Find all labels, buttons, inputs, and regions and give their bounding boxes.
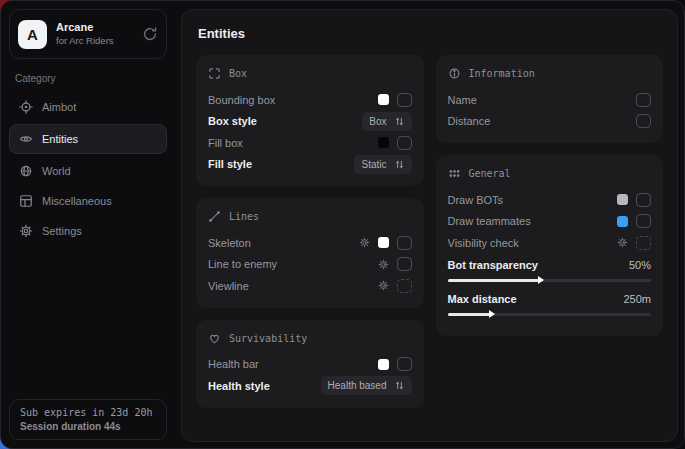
row-settings-gear-icon[interactable] <box>378 259 389 270</box>
setting-row-box-style: Box styleBox <box>208 111 412 133</box>
checkbox-health-bar[interactable] <box>397 357 412 371</box>
checkbox-draw-teammates[interactable] <box>636 214 651 228</box>
setting-label: Health style <box>208 380 321 392</box>
slider-fill <box>448 279 542 282</box>
color-swatch[interactable] <box>378 237 389 248</box>
entities-icon <box>19 132 33 146</box>
setting-label: Distance <box>448 115 637 127</box>
lines-icon <box>208 210 221 223</box>
slider-value: 250m <box>623 293 651 305</box>
brand-logo: A <box>18 20 47 49</box>
section-title: Box <box>229 68 247 79</box>
sort-arrows-icon <box>394 159 405 170</box>
sections-column: InformationNameDistanceGeneralDraw BOTsD… <box>436 55 664 336</box>
dropdown-health-style[interactable]: Health based <box>321 376 412 395</box>
sections-column: BoxBounding boxBox styleBoxFill boxFill … <box>196 55 424 408</box>
row-settings-gear-icon[interactable] <box>378 280 389 291</box>
slider-max-distance: Max distance250m <box>448 291 652 316</box>
color-swatch[interactable] <box>378 94 389 105</box>
brand-name: Arcane <box>56 21 133 35</box>
color-swatch[interactable] <box>617 194 628 205</box>
crosshair-icon <box>19 100 33 114</box>
section-box: BoxBounding boxBox styleBoxFill boxFill … <box>196 55 424 186</box>
row-settings-gear-icon[interactable] <box>359 237 370 248</box>
setting-label: Skeleton <box>208 237 359 249</box>
section-title: Information <box>469 68 535 79</box>
setting-row-health-style: Health styleHealth based <box>208 375 412 397</box>
row-settings-gear-icon[interactable] <box>617 237 628 248</box>
setting-row-name: Name <box>448 89 652 111</box>
refresh-icon[interactable] <box>142 26 158 42</box>
slider-bot-transparency: Bot transparency50% <box>448 257 652 282</box>
checkbox-skeleton[interactable] <box>397 236 412 250</box>
setting-row-bounding-box: Bounding box <box>208 89 412 111</box>
color-swatch[interactable] <box>378 359 389 370</box>
sidebar: A Arcane for Arc Riders Category Aimbot … <box>1 1 175 448</box>
setting-label: Bounding box <box>208 94 378 106</box>
brand-initial: A <box>27 26 38 43</box>
setting-label: Fill box <box>208 137 378 149</box>
sidebar-item-miscellaneous[interactable]: Miscellaneous <box>9 186 167 215</box>
sort-arrows-icon <box>394 116 405 127</box>
general-icon <box>448 167 461 180</box>
gear-icon <box>19 224 33 238</box>
app-window: A Arcane for Arc Riders Category Aimbot … <box>0 0 685 449</box>
checkbox-fill-box[interactable] <box>397 136 412 150</box>
sidebar-nav: Aimbot Entities World Miscellaneous Sett… <box>9 92 167 246</box>
sidebar-item-label: Miscellaneous <box>42 195 112 207</box>
setting-label: Health bar <box>208 358 378 370</box>
slider-track[interactable] <box>448 313 652 316</box>
sidebar-item-world[interactable]: World <box>9 156 167 185</box>
slider-value: 50% <box>629 259 651 271</box>
setting-row-visibility-check: Visibility check <box>448 232 652 254</box>
setting-label: Viewline <box>208 280 378 292</box>
layout-icon <box>19 194 33 208</box>
slider-label: Bot transparency <box>448 259 538 271</box>
section-title: Survivability <box>229 333 307 344</box>
setting-label: Line to enemy <box>208 258 378 270</box>
checkbox-viewline[interactable] <box>397 279 412 293</box>
checkbox-bounding-box[interactable] <box>397 93 412 107</box>
checkbox-distance[interactable] <box>636 114 651 128</box>
setting-row-draw-teammates: Draw teammates <box>448 211 652 233</box>
dropdown-box-style[interactable]: Box <box>362 112 411 131</box>
section-title: General <box>469 168 511 179</box>
checkbox-draw-bots[interactable] <box>636 193 651 207</box>
slider-thumb[interactable] <box>538 276 544 284</box>
dropdown-value: Health based <box>328 380 387 391</box>
page-title: Entities <box>198 26 661 41</box>
color-swatch[interactable] <box>378 137 389 148</box>
sidebar-item-aimbot[interactable]: Aimbot <box>9 92 167 121</box>
setting-label: Box style <box>208 115 362 127</box>
sidebar-item-label: Entities <box>42 133 78 145</box>
sidebar-item-entities[interactable]: Entities <box>9 124 167 154</box>
sidebar-item-label: World <box>42 165 71 177</box>
section-general: GeneralDraw BOTsDraw teammatesVisibility… <box>436 155 664 336</box>
dropdown-value: Box <box>369 116 386 127</box>
section-header: Lines <box>208 210 412 223</box>
slider-track[interactable] <box>448 279 652 282</box>
section-information: InformationNameDistance <box>436 55 664 143</box>
checkbox-name[interactable] <box>636 93 651 107</box>
desktop-background: A Arcane for Arc Riders Category Aimbot … <box>0 0 685 449</box>
setting-row-fill-box: Fill box <box>208 132 412 154</box>
sidebar-item-settings[interactable]: Settings <box>9 216 167 245</box>
box-icon <box>208 67 221 80</box>
dropdown-value: Static <box>361 159 386 170</box>
brand-card: A Arcane for Arc Riders <box>9 9 167 59</box>
setting-row-fill-style: Fill styleStatic <box>208 154 412 176</box>
checkbox-line-to-enemy[interactable] <box>397 257 412 271</box>
sections-columns: BoxBounding boxBox styleBoxFill boxFill … <box>194 55 665 408</box>
setting-row-distance: Distance <box>448 111 652 133</box>
category-label: Category <box>15 73 161 84</box>
dropdown-fill-style[interactable]: Static <box>354 155 411 174</box>
checkbox-visibility-check[interactable] <box>636 236 651 250</box>
globe-icon <box>19 164 33 178</box>
color-swatch[interactable] <box>617 216 628 227</box>
slider-thumb[interactable] <box>489 310 495 318</box>
setting-label: Draw teammates <box>448 215 618 227</box>
setting-label: Name <box>448 94 637 106</box>
section-header: General <box>448 167 652 180</box>
slider-label: Max distance <box>448 293 517 305</box>
section-header: Survivability <box>208 332 412 345</box>
